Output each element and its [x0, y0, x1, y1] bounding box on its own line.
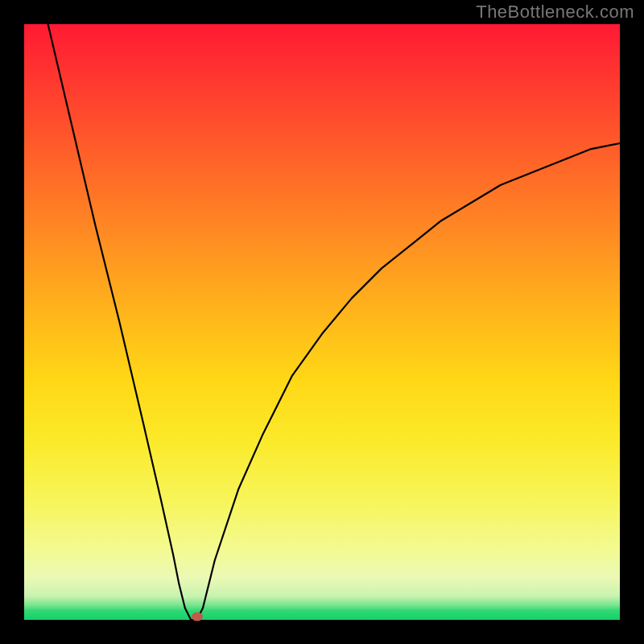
bottleneck-curve: [24, 24, 620, 620]
optimal-point-marker: [192, 613, 203, 621]
chart-frame: TheBottleneck.com: [0, 0, 644, 644]
curve-path: [48, 24, 620, 620]
plot-area: [24, 24, 620, 620]
watermark-text: TheBottleneck.com: [476, 2, 634, 23]
